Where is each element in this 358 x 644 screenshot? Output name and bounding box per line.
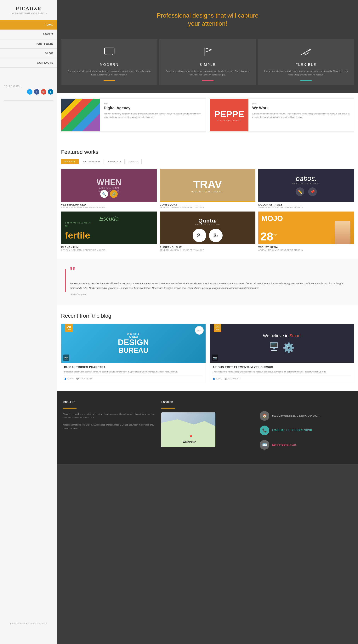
mojo-days: days [273, 233, 277, 236]
feature-modern: MODERN Praesent vestibulum molestie lacu… [61, 39, 157, 85]
svg-rect-0 [105, 48, 114, 54]
filter-viewall[interactable]: VIEW ALL [61, 159, 79, 164]
blog-meta-1: 👤 ADMIN 💬 2 COMMENTS [64, 376, 203, 380]
blog-card-2: We believe in Smart 🖥️ ⚙️ 20 JUN [210, 324, 354, 383]
date-day-1: 20 [67, 325, 71, 329]
blog-meta-2: 👤 ADMIN 💬 2 COMMENTS [213, 376, 351, 380]
link-icon[interactable]: 🔗 [110, 190, 118, 198]
work-label-quntu: ELEIFEND, ELIT AENEAN NONUMMY HENDRERIT … [160, 246, 256, 251]
sidebar: PICAD R · WEB DESIGN COMPANY · HOME ABOU… [0, 0, 57, 644]
blog-bureau: BUREAU [118, 346, 149, 354]
work-item-babos[interactable]: babos. WEB DESIGN BUREAU ✏️ 📌 DOLOR SIT … [258, 169, 354, 208]
feature-flexible-title: FLEXIBLE [263, 63, 349, 67]
filter-animation[interactable]: ANIMATION [105, 159, 125, 164]
work-name-babos: DOLOR SIT AMET [258, 203, 354, 206]
feature-modern-bar [104, 80, 115, 81]
agency-heading-1: Digital Agency [104, 106, 202, 110]
agency-image-stripes [61, 98, 100, 132]
blog-image-2: We believe in Smart 🖥️ ⚙️ 20 JUN [210, 324, 354, 362]
agency-block-1: Best Digital Agency Aenean nonummy hendr… [61, 98, 206, 132]
feature-flexible-bar [300, 80, 312, 81]
when-overlay-icons: 🔍 🔗 [100, 190, 118, 198]
nav-home[interactable]: HOME [0, 20, 57, 30]
footer-section: About us Phasellus porta fusce suscipit … [57, 390, 358, 464]
babos-icons: ✏️ 📌 [296, 188, 317, 196]
blog-title: Recent from the blog [61, 313, 354, 319]
main-content: Professional designs that will capture y… [57, 0, 358, 644]
work-item-mojo[interactable]: MOJO 28 days WISI ET URNA AENEAN NONUMMY… [258, 212, 354, 251]
nav-about[interactable]: ABOUT [0, 30, 57, 39]
work-item-quntu[interactable]: Quntur WEB DESIGN STUDIO 2↑ 3↑ ELEIFEND,… [160, 212, 256, 251]
babos-text: babos. [296, 174, 317, 182]
work-name-mojo: WISI ET URNA [258, 246, 354, 249]
blog-comments-2: 💬 2 COMMENTS [225, 378, 241, 380]
work-name-trav: CONSEQUAT [160, 203, 256, 206]
filter-illustration[interactable]: ILLUSTRATION [80, 159, 104, 164]
twitter-icon[interactable]: t [27, 89, 33, 94]
blog-img-smart: We believe in Smart 🖥️ ⚙️ [210, 324, 354, 362]
work-sub-when: AENEAN NONUMMY HENDRERIT MAURIS [61, 206, 157, 208]
date-month-2: JUN [216, 329, 220, 330]
map-background: 📍 Washington [161, 412, 215, 447]
work-name-quntu: ELEIFEND, ELIT [160, 246, 256, 249]
smart-red-text: Smart [289, 333, 301, 338]
hero-section: Professional designs that will capture y… [57, 0, 358, 35]
contact-email-row: ✉️ admin@elemolink.org [260, 440, 352, 450]
testimonial-accent [65, 269, 66, 292]
agency-image-pepper: PEPPE WEB DESIGN STUDIO [210, 98, 248, 132]
phone-icon: 📞 [260, 426, 269, 435]
nav-portfolio[interactable]: PORTFOLIO [0, 39, 57, 49]
email-icon: ✉️ [260, 440, 269, 450]
user-icon-1: 👤 [64, 378, 66, 380]
agency-tag-2: How [252, 102, 350, 105]
work-item-escudo[interactable]: Escudo CREATIVE SOLUTIONS Cur fertile EL… [61, 212, 157, 251]
work-sub-babos: AENEAN NONUMMY HENDRERIT MAURIS [258, 206, 354, 208]
qoy-badge: QOY [195, 326, 204, 335]
blog-author-1: 👤 ADMIN [64, 378, 73, 380]
agency-block-2: PEPPE WEB DESIGN STUDIO How We Work Aene… [210, 98, 354, 132]
quote-mark-icon: " [70, 269, 350, 276]
contact-phone-row: 📞 Call us: +1 800 889 9898 [260, 426, 352, 435]
mojo-number: 28 [260, 231, 273, 242]
nav-contacts[interactable]: CONTACTS [0, 58, 57, 68]
work-item-trav[interactable]: TRAV WORLD TRAVEL AGEN... CONSEQUAT AENE… [160, 169, 256, 208]
search-icon[interactable]: 🔍 [100, 190, 108, 198]
map-pin-icon: 📍 [188, 435, 193, 440]
logo: PICAD R · WEB DESIGN COMPANY · [0, 0, 57, 20]
gear-icon: ⚙️ [283, 342, 295, 353]
monitor-icon: 🖥️ [269, 342, 279, 353]
quote-text: Aenean nonummy hendrerit mauris. Phasell… [70, 281, 350, 290]
home-icon: 🏠 [260, 411, 269, 421]
feature-modern-title: MODERN [66, 63, 153, 67]
filter-design[interactable]: DESIGN [126, 159, 141, 164]
linkedin-icon[interactable]: in [48, 89, 53, 94]
facebook-icon[interactable]: f [34, 89, 39, 94]
smart-title: We believe in Smart [263, 333, 301, 338]
agency-body-2: Aenean nonummy hendrerit mauris. Phasell… [252, 112, 350, 119]
nav-blog[interactable]: BLOG [0, 49, 57, 58]
google-icon[interactable]: g+ [41, 89, 46, 94]
footer-about-text2: Maecenas tristique orci ac sem. Duis ult… [63, 423, 155, 430]
work-sub-trav: AENEAN NONUMMY HENDRERIT MAURIS [160, 206, 256, 208]
blog-we-are: WE ARE [127, 332, 140, 335]
agency-row: Best Digital Agency Aenean nonummy hendr… [61, 98, 354, 132]
pepper-sub: WEB DESIGN STUDIO [214, 120, 244, 122]
page-wrapper: PICAD R · WEB DESIGN COMPANY · HOME ABOU… [0, 0, 358, 644]
sidebar-divider [4, 100, 53, 100]
work-name-when: VESTIBULUM SED [61, 203, 157, 206]
escudo-text: Escudo [65, 215, 153, 222]
blog-content-1: DUIS ULTRICIES PHARETRA Phasellus porta … [61, 362, 206, 383]
blog-grid: WE ARE A WEB DESIGN BUREAU 20 JUN 📷 [61, 324, 354, 383]
hero-line1: Professional designs that will capture [65, 12, 350, 20]
logo-subtitle: · WEB DESIGN COMPANY · [4, 12, 53, 14]
feature-simple-title: SIMPLE [164, 63, 251, 67]
blog-author-2: 👤 ADMIN [213, 378, 222, 380]
work-item-when[interactable]: WHEN AND T• •XPENS NOT S•NONYMS 🔍 🔗 VEST… [61, 169, 157, 208]
date-badge-1: 20 JUN [65, 324, 73, 332]
agency-body-1: Aenean nonummy hendrerit mauris. Phasell… [104, 112, 202, 119]
contact-email-text[interactable]: admin@elemolink.org [272, 443, 297, 446]
white-section: Best Digital Agency Aenean nonummy hendr… [57, 93, 358, 141]
blog-content-2: APIBUS EGET ELEMENTUM VEL CURSUS Phasell… [210, 362, 354, 383]
work-label-when: VESTIBULUM SED AENEAN NONUMMY HENDRERIT … [61, 203, 157, 208]
footer-about: About us Phasellus porta fusce suscipit … [63, 400, 155, 454]
